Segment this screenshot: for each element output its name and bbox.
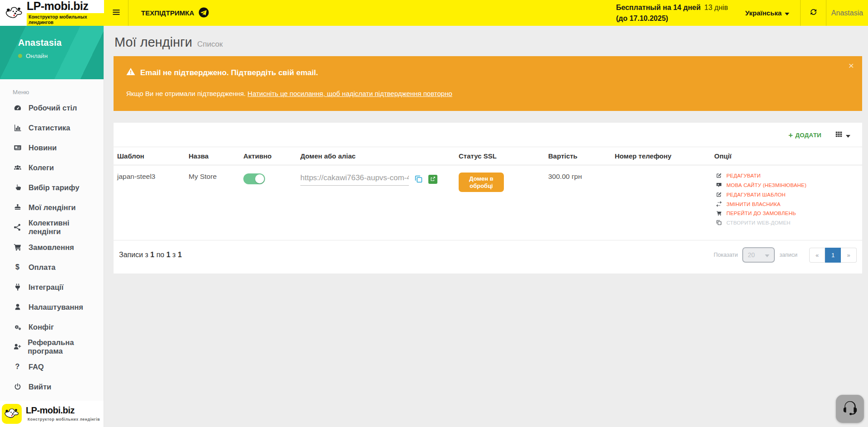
brand-tagline-bottom: Конструктор мобільних лендінгів: [26, 416, 102, 422]
sidebar-item-logout[interactable]: Вийти: [13, 377, 104, 397]
refresh-button[interactable]: [801, 0, 826, 26]
page-header: Мої лендінги Список: [114, 35, 862, 50]
plug-icon: [13, 283, 22, 291]
clone-icon: [714, 220, 724, 225]
table-footer: Записи з 1 по 1 з 1 Показати 20 записи «: [114, 240, 862, 273]
sidebar-item-dashboard[interactable]: Робочий стіл: [13, 98, 104, 118]
cart-icon: [13, 243, 22, 251]
trial-days-left: 13 днів: [704, 4, 728, 11]
dog-logo-icon: [2, 404, 22, 424]
user-plus-icon: [13, 343, 21, 351]
add-landing-button[interactable]: + ДОДАТИ: [788, 131, 821, 139]
brand-tagline: Конструктор мобильных лендингов: [27, 13, 104, 26]
chevron-down-icon: [765, 251, 769, 259]
sidebar-item-my-landings[interactable]: Мої лендінги: [13, 197, 104, 217]
online-status-dot: [18, 54, 22, 58]
plus-icon: +: [788, 131, 793, 139]
cell-price: 300.00 грн: [545, 165, 611, 239]
sidebar-user-status: Онлайн: [26, 53, 47, 59]
brand-logo[interactable]: LP-mobi.biz Конструктор мобильных лендин…: [0, 0, 104, 26]
cart-icon: [714, 211, 724, 216]
table-row: japan-steel3 My Store Домен: [114, 165, 862, 239]
sidebar-menu: Робочий стіл Статистика Новини Колеги Ви…: [13, 98, 104, 397]
sidebar-item-payment[interactable]: $Оплата: [13, 257, 104, 277]
sidebar-bottom-logo: LP-mobi.biz Конструктор мобільних лендін…: [0, 401, 104, 427]
grid-icon: [835, 130, 843, 140]
dashboard-icon: [13, 104, 22, 112]
language-icon: [714, 182, 724, 188]
option-site-language[interactable]: МОВА САЙТУ (НЕЗМІНЮВАНЕ): [714, 182, 859, 188]
close-icon[interactable]: ×: [849, 61, 854, 70]
sidebar-item-integrations[interactable]: Інтеграції: [13, 277, 104, 297]
sidebar-item-faq[interactable]: ?FAQ: [13, 357, 104, 377]
sidebar-item-settings[interactable]: Налаштування: [13, 297, 104, 317]
col-active: Активно: [240, 147, 297, 165]
option-change-owner[interactable]: ЗМІНИТИ ВЛАСНИКА: [714, 201, 859, 207]
records-info: Записи з 1 по 1 з 1: [119, 251, 182, 259]
sidebar-item-statistics[interactable]: Статистика: [13, 118, 104, 138]
records-label: записи: [779, 252, 797, 258]
open-domain-icon[interactable]: [428, 175, 437, 184]
chevron-down-icon: [785, 9, 789, 17]
dog-logo-icon: [5, 3, 24, 24]
brand-name: LP-mobi.biz: [27, 0, 88, 12]
support-link[interactable]: ТЕХПІДТРИМКА: [128, 0, 222, 26]
option-edit[interactable]: РЕДАГУВАТИ: [714, 173, 859, 178]
option-create-web-domain: СТВОРИТИ WEB-ДОМЕН: [714, 220, 859, 225]
page-subtitle: Список: [197, 40, 223, 49]
user-menu[interactable]: Anastasia: [826, 0, 868, 26]
sidebar-item-news[interactable]: Новини: [13, 138, 104, 158]
sidebar-toggle-button[interactable]: [104, 0, 128, 26]
pagination-page-1[interactable]: 1: [825, 248, 841, 263]
top-navbar: LP-mobi.biz Конструктор мобильных лендин…: [0, 0, 868, 26]
pagination-next[interactable]: »: [841, 248, 857, 263]
sidebar-item-config[interactable]: Конфіг: [13, 317, 104, 337]
language-selector[interactable]: Українська: [735, 0, 800, 26]
sidebar-user-panel: Anastasia Онлайн: [0, 26, 104, 79]
columns-dropdown[interactable]: [835, 130, 850, 140]
warning-icon: [126, 67, 135, 78]
share-icon: [13, 223, 22, 231]
landings-card: + ДОДАТИ Шаблон Назва Активно: [114, 123, 862, 273]
col-name: Назва: [185, 147, 240, 165]
sidebar-item-colleagues[interactable]: Колеги: [13, 158, 104, 178]
resend-confirmation-link[interactable]: Натисніть це посилання, щоб надіслати пі…: [247, 90, 452, 97]
cogs-icon: [13, 323, 22, 331]
sidebar: Anastasia Онлайн Меню Робочий стіл Стати…: [0, 26, 104, 427]
exchange-icon: [714, 201, 724, 207]
col-ssl: Статус SSL: [455, 147, 545, 165]
page-size-select[interactable]: 20: [742, 247, 775, 263]
sidebar-item-referral[interactable]: Реферальна програма: [13, 337, 104, 357]
user-icon: [13, 303, 22, 311]
row-options: РЕДАГУВАТИ МОВА САЙТУ (НЕЗМІНЮВАНЕ) РЕДА…: [714, 173, 859, 225]
active-toggle[interactable]: [243, 173, 265, 184]
newspaper-icon: [13, 144, 22, 152]
col-template: Шаблон: [114, 147, 185, 165]
sidebar-item-orders[interactable]: Замовлення: [13, 237, 104, 257]
edit-icon: [714, 192, 724, 197]
main-content: Мої лендінги Список Email не підтверджен…: [104, 26, 868, 427]
col-phone: Номер телефону: [611, 147, 711, 165]
option-go-to-orders[interactable]: ПЕРЕЙТИ ДО ЗАМОВЛЕНЬ: [714, 211, 859, 216]
show-label: Показати: [714, 252, 738, 258]
question-icon: ?: [13, 363, 22, 371]
pagination-prev[interactable]: «: [809, 248, 825, 263]
page-title: Мої лендінги: [114, 35, 192, 50]
option-edit-template[interactable]: РЕДАГУВАТИ ШАБЛОН: [714, 192, 859, 197]
table-toolbar: + ДОДАТИ: [114, 130, 862, 147]
pagination: « 1 »: [809, 248, 857, 263]
sidebar-item-collective-landings[interactable]: Колективні лендінги: [13, 217, 104, 237]
sidebar-item-tariff[interactable]: Вибір тарифу: [13, 178, 104, 197]
language-label: Українська: [745, 9, 782, 17]
users-icon: [13, 163, 22, 172]
copy-domain-icon[interactable]: [414, 175, 423, 183]
trial-plan: Бесплатный на 14 дней: [616, 4, 701, 11]
email-alert-banner: Email не підтверджено. Підтвердіть свій …: [114, 56, 862, 111]
cell-phone: [611, 165, 711, 239]
headset-icon: [841, 399, 859, 419]
support-label: ТЕХПІДТРИМКА: [141, 9, 194, 17]
hamburger-icon: [112, 8, 121, 19]
domain-input[interactable]: [300, 173, 409, 186]
menu-title: Меню: [13, 89, 104, 96]
support-chat-widget[interactable]: [836, 395, 864, 423]
